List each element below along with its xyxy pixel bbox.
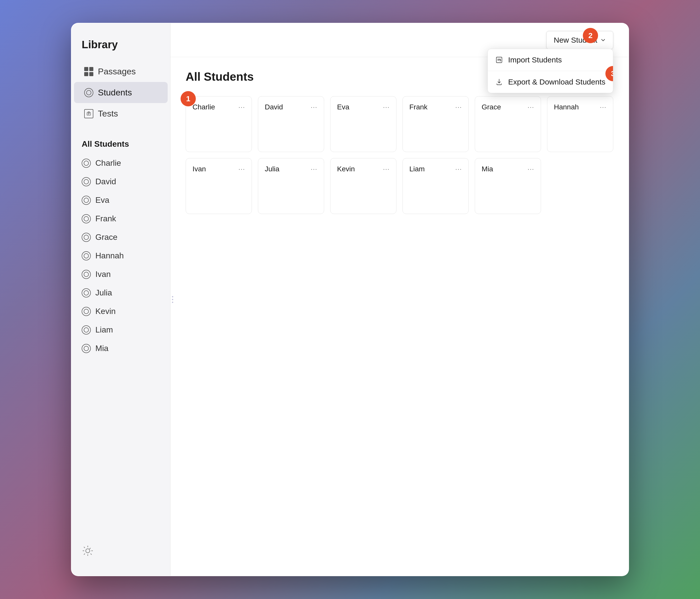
student-name: Charlie [95,159,121,168]
students-label: Students [98,88,132,97]
import-icon [495,56,503,64]
page-body: All Students Charlie ··· 1 [170,57,628,576]
student-name: David [95,177,116,186]
card-header: Charlie ··· [193,103,245,111]
student-card-julia[interactable]: Julia ··· [258,158,324,214]
card-menu-button[interactable]: ··· [600,103,606,111]
card-menu-button[interactable]: ··· [311,103,317,111]
drag-dot [172,302,173,303]
card-header: David ··· [265,103,317,111]
card-menu-button[interactable]: ··· [455,165,462,173]
students-grid-row1: Charlie ··· 1 David ··· [186,96,613,152]
card-name: Liam [409,165,425,173]
sidebar-student-david[interactable]: David [72,172,170,191]
card-name: Grace [482,103,501,111]
student-name: Frank [95,214,116,223]
clipboard-icon [84,109,93,118]
student-card-ivan[interactable]: Ivan ··· [186,158,252,214]
sidebar-student-julia[interactable]: Julia [72,284,170,302]
student-icon [82,214,91,223]
import-students-item[interactable]: Import Students [488,49,613,71]
sidebar-item-students[interactable]: Students [74,82,168,103]
student-card-frank[interactable]: Frank ··· [402,96,469,152]
export-icon [495,78,503,86]
card-name: Charlie [193,103,215,111]
sidebar-student-eva[interactable]: Eva [72,191,170,209]
svg-rect-5 [496,57,502,63]
student-icon [82,270,91,279]
student-card-liam[interactable]: Liam ··· [402,158,469,214]
student-icon [82,307,91,316]
student-card-charlie[interactable]: Charlie ··· [186,96,252,152]
sidebar-student-ivan[interactable]: Ivan [72,265,170,284]
student-name: Kevin [95,307,116,316]
card-header: Julia ··· [265,165,317,173]
chevron-down-icon [600,37,606,43]
import-students-label: Import Students [508,55,562,64]
settings-icon[interactable] [82,545,94,557]
sidebar-item-tests[interactable]: Tests [74,103,168,124]
card-header: Kevin ··· [337,165,390,173]
student-name: Ivan [95,269,110,279]
card-header: Ivan ··· [193,165,245,173]
card-wrapper-charlie: Charlie ··· 1 [186,96,252,152]
sidebar-nav: Passages Students Tests [72,61,170,124]
sidebar-student-list: Charlie David Eva Frank Grace Hannah [72,154,170,358]
student-card-kevin[interactable]: Kevin ··· [330,158,396,214]
sidebar-student-hannah[interactable]: Hannah [72,246,170,265]
student-icon [82,233,91,242]
card-menu-button[interactable]: ··· [311,165,317,173]
student-name: Hannah [95,251,124,260]
drag-dot [172,296,173,297]
all-students-section-title: All Students [72,137,170,154]
export-download-item[interactable]: Export & Download Students 3 [488,71,613,93]
sidebar-student-kevin[interactable]: Kevin [72,302,170,320]
card-header: Mia ··· [482,165,534,173]
student-card-hannah[interactable]: Hannah ··· [547,96,613,152]
student-card-david[interactable]: David ··· [258,96,324,152]
card-menu-button[interactable]: ··· [455,103,462,111]
student-card-eva[interactable]: Eva ··· [330,96,396,152]
student-icon [82,159,91,168]
student-icon [82,326,91,335]
card-name: Ivan [193,165,206,173]
student-card-mia[interactable]: Mia ··· [475,158,541,214]
card-menu-button[interactable]: ··· [383,165,390,173]
badge-1: 1 [181,91,196,106]
card-header: Liam ··· [409,165,462,173]
app-window: Library Passages Students [71,23,629,576]
sidebar-item-passages[interactable]: Passages [74,61,168,82]
student-icon [82,251,91,260]
sidebar: Library Passages Students [72,23,170,576]
passages-label: Passages [98,67,136,76]
student-name: Eva [95,195,109,205]
resize-handle[interactable] [170,294,175,306]
card-header: Hannah ··· [554,103,606,111]
card-menu-button[interactable]: ··· [239,103,245,111]
tests-label: Tests [98,109,118,119]
sidebar-student-charlie[interactable]: Charlie [72,154,170,172]
dropdown-menu: Import Students Export & Download Studen… [488,49,613,93]
student-icon [82,177,91,186]
export-download-label: Export & Download Students [508,78,605,86]
sidebar-student-mia[interactable]: Mia [72,339,170,358]
sidebar-student-liam[interactable]: Liam [72,320,170,339]
card-menu-button[interactable]: ··· [528,165,534,173]
badge-2: 2 [583,28,598,43]
drag-dot [172,299,173,300]
sidebar-student-frank[interactable]: Frank [72,209,170,228]
card-menu-button[interactable]: ··· [239,165,245,173]
card-header: Eva ··· [337,103,390,111]
card-name: Eva [337,103,349,111]
card-name: Mia [482,165,493,173]
card-menu-button[interactable]: ··· [383,103,390,111]
student-icon [82,288,91,297]
sidebar-student-grace[interactable]: Grace [72,228,170,246]
new-student-button[interactable]: New Student [546,31,613,49]
svg-rect-1 [88,112,90,113]
student-name: Liam [95,325,113,335]
card-menu-button[interactable]: ··· [528,103,534,111]
person-icon [84,88,93,97]
student-card-grace[interactable]: Grace ··· [475,96,541,152]
student-name: Mia [95,344,108,353]
